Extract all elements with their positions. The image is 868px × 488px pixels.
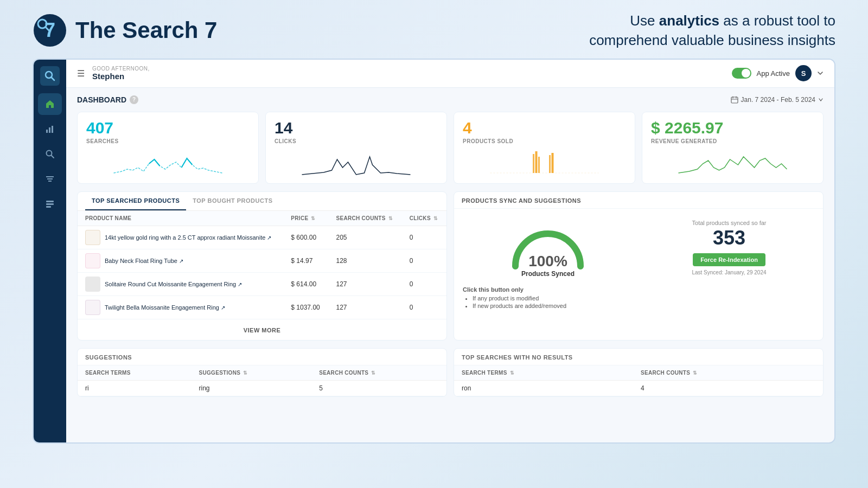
suggestion-row: riring5 — [78, 380, 446, 396]
view-more-button[interactable]: VIEW MORE — [244, 327, 281, 333]
stat-value-products-sold: 4 — [463, 120, 626, 136]
greeting-block: GOOD AFTERNOON, Stephen — [92, 66, 150, 81]
sync-gauge-area: 100% Products Synced — [463, 217, 633, 278]
no-results-title: TOP SEARCHES WITH NO RESULTS — [454, 349, 823, 365]
stat-card-clicks: 14 CLICKS — [265, 112, 447, 184]
click-instructions: Click this button only If any product is… — [454, 286, 823, 317]
sug-col-counts[interactable]: SEARCH COUNTS ⇅ — [311, 365, 446, 381]
top-bar-right: App Active S — [732, 65, 824, 81]
table-row: Solitaire Round Cut Moissanite Engagemen… — [78, 272, 446, 296]
date-range[interactable]: Jan. 7 2024 - Feb. 5 2024 — [731, 96, 824, 104]
dashboard-title: DASHBOARD ? — [77, 95, 138, 104]
main-content: ☰ GOOD AFTERNOON, Stephen App Active S — [66, 60, 834, 442]
svg-rect-8 — [52, 126, 53, 133]
svg-rect-6 — [46, 130, 48, 133]
stat-card-searches: 407 SEARCHES — [77, 112, 259, 184]
click-title: Click this button only — [463, 286, 814, 293]
logo-area: 7 The Search 7 — [33, 13, 217, 48]
col-product-name: PRODUCT NAME — [78, 211, 283, 226]
sidebar-item-settings[interactable] — [38, 193, 62, 215]
products-panel: TOP SEARCHED PRODUCTS TOP BOUGHT PRODUCT… — [77, 191, 447, 341]
info-icon: ? — [130, 95, 138, 104]
searches-chart — [86, 149, 250, 176]
top-bar-left: ☰ GOOD AFTERNOON, Stephen — [77, 66, 150, 81]
avatar[interactable]: S — [795, 65, 812, 81]
last-synced: Last Synced: January, 29 2024 — [692, 269, 766, 275]
stat-value-revenue: $ 2265.97 — [651, 120, 814, 136]
col-search-counts[interactable]: SEARCH COUNTS ⇅ — [328, 211, 401, 226]
stat-label-revenue: REVENUE GENERATED — [651, 138, 814, 144]
calendar-icon — [731, 96, 738, 104]
stat-label-products-sold: PRODUCTS SOLD — [463, 138, 626, 144]
header-tagline: Use analytics as a robust tool tocompreh… — [589, 11, 835, 50]
view-more: VIEW MORE — [78, 319, 446, 340]
suggestions-title: SUGGESTIONS — [78, 349, 446, 365]
sync-panel: PRODUCTS SYNC AND SUGGESTIONS 100% — [454, 191, 824, 341]
svg-rect-14 — [46, 201, 54, 202]
sync-panel-title: PRODUCTS SYNC AND SUGGESTIONS — [454, 192, 823, 209]
sug-col-suggestions[interactable]: SUGGESTIONS ⇅ — [192, 365, 312, 381]
stats-row: 407 SEARCHES 14 CLICKS — [77, 112, 824, 184]
top-bar: ☰ GOOD AFTERNOON, Stephen App Active S — [66, 60, 834, 88]
clicks-chart — [275, 149, 438, 176]
table-row: Baby Neck Float Ring Tube ↗ $ 14.97 128 … — [78, 249, 446, 272]
hamburger-icon[interactable]: ☰ — [77, 68, 85, 79]
sidebar-logo — [40, 66, 60, 86]
bullet-1: If any product is modified — [473, 295, 814, 301]
sidebar — [34, 60, 66, 442]
svg-rect-16 — [46, 206, 51, 208]
no-results-panel: TOP SEARCHES WITH NO RESULTS SEARCH TERM… — [454, 348, 824, 397]
stat-value-searches: 407 — [86, 120, 250, 136]
logo-icon: 7 — [33, 13, 68, 48]
col-clicks[interactable]: CLICKS ⇅ — [402, 211, 446, 226]
sync-panel-inner: 100% Products Synced Total products sync… — [454, 209, 823, 286]
sug-col-terms: SEARCH TERMS — [78, 365, 192, 381]
app-active-toggle[interactable] — [732, 68, 751, 79]
revenue-chart — [651, 149, 814, 176]
force-reindex-button[interactable]: Force Re-Indexation — [693, 253, 765, 266]
table-row: 14kt yellow gold ring with a 2.5 CT appr… — [78, 226, 446, 249]
logo-title: The Search 7 — [75, 17, 217, 43]
gauge-percent: 100% — [521, 253, 575, 270]
products-table: PRODUCT NAME PRICE ⇅ SEARCH COUNTS ⇅ CLI… — [78, 211, 446, 319]
nr-col-terms[interactable]: SEARCH TERMS ⇅ — [454, 365, 633, 381]
page-header: 7 The Search 7 Use analytics as a robust… — [0, 0, 868, 59]
bottom-bottom-section: SUGGESTIONS SEARCH TERMS SUGGESTIONS ⇅ S… — [77, 348, 824, 397]
suggestions-table: SEARCH TERMS SUGGESTIONS ⇅ SEARCH COUNTS… — [78, 365, 446, 396]
no-results-table: SEARCH TERMS ⇅ SEARCH COUNTS ⇅ ron4 — [454, 365, 823, 396]
gauge-label: Products Synced — [521, 270, 575, 278]
svg-line-5 — [52, 77, 55, 80]
sidebar-item-filter[interactable] — [38, 168, 62, 190]
dropdown-arrow-icon — [817, 70, 824, 76]
tab-top-bought[interactable]: TOP BOUGHT PRODUCTS — [186, 192, 279, 210]
app-window: ☰ GOOD AFTERNOON, Stephen App Active S — [33, 59, 835, 444]
dashboard-header: DASHBOARD ? Jan. 7 2024 - Feb. 5 2024 — [77, 95, 824, 104]
tab-top-searched[interactable]: TOP SEARCHED PRODUCTS — [85, 192, 186, 210]
app-active-label: App Active — [757, 69, 790, 78]
tab-bar: TOP SEARCHED PRODUCTS TOP BOUGHT PRODUCT… — [78, 192, 446, 211]
sync-subtitle: Total products synced so far — [692, 220, 767, 226]
bottom-section: TOP SEARCHED PRODUCTS TOP BOUGHT PRODUCT… — [77, 191, 824, 341]
sidebar-item-analytics[interactable] — [38, 118, 62, 140]
products-chart — [463, 149, 626, 176]
svg-rect-15 — [46, 203, 54, 205]
stat-label-clicks: CLICKS — [275, 138, 438, 144]
svg-rect-17 — [731, 97, 738, 103]
user-name: Stephen — [92, 72, 124, 81]
table-row: Twilight Bella Moissanite Engagement Rin… — [78, 296, 446, 319]
content-area: DASHBOARD ? Jan. 7 2024 - Feb. 5 2024 — [66, 88, 834, 442]
stat-value-clicks: 14 — [275, 120, 438, 136]
nr-col-counts[interactable]: SEARCH COUNTS ⇅ — [633, 365, 823, 381]
svg-rect-7 — [49, 127, 50, 133]
bullet-2: If new products are added/removed — [473, 303, 814, 309]
suggestions-panel: SUGGESTIONS SEARCH TERMS SUGGESTIONS ⇅ S… — [77, 348, 447, 397]
stat-label-searches: SEARCHES — [86, 138, 250, 144]
col-price[interactable]: PRICE ⇅ — [283, 211, 328, 226]
svg-line-10 — [52, 155, 54, 158]
sidebar-item-search[interactable] — [38, 143, 62, 165]
sidebar-item-home[interactable] — [38, 93, 62, 115]
no-result-row: ron4 — [454, 380, 823, 396]
date-dropdown-icon — [818, 97, 824, 102]
greeting-label: GOOD AFTERNOON, — [92, 66, 150, 72]
sync-info-area: Total products synced so far 353 Force R… — [644, 217, 814, 278]
